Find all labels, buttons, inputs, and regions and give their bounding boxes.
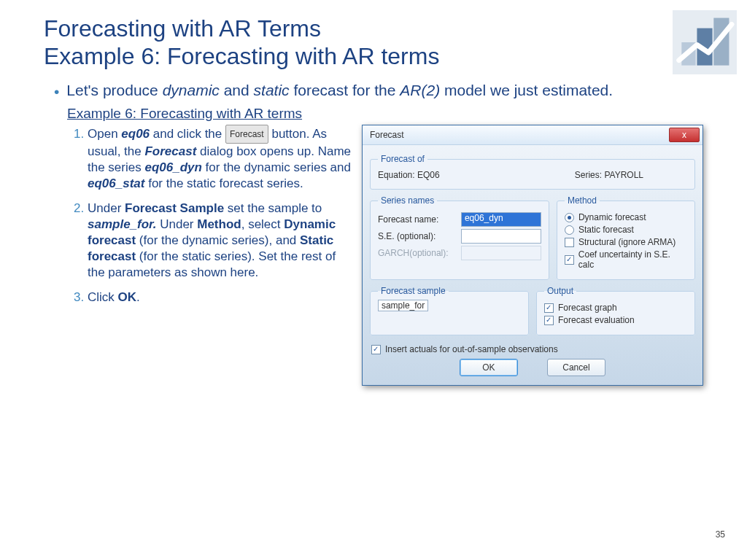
s3-dot: . — [136, 290, 140, 304]
slide-title: Forecasting with AR Terms Example 6: For… — [44, 15, 703, 70]
checkbox-insert-actuals[interactable]: Insert actuals for out-of-sample observa… — [371, 344, 694, 354]
s1-eq06stat: eq06_stat — [88, 176, 144, 190]
radio-icon — [565, 213, 574, 222]
checkbox-forecast-graph[interactable]: Forecast graph — [544, 303, 687, 313]
radio-dynamic[interactable]: Dynamic forecast — [565, 212, 687, 222]
checkbox-icon — [544, 316, 554, 325]
forecast-sample-input[interactable]: sample_for — [378, 300, 428, 311]
method-legend: Method — [565, 195, 600, 206]
checkbox-forecast-eval[interactable]: Forecast evaluation — [544, 315, 687, 325]
s3-click: Click — [88, 290, 118, 304]
s2-method: Method — [197, 217, 241, 231]
s1-eq06dyn: eq06_dyn — [144, 160, 201, 174]
checkbox-icon — [565, 255, 574, 265]
steps-list: Open eq06 and click the Forecast button.… — [67, 125, 362, 314]
garch-label: GARCH(optional): — [378, 248, 458, 258]
s2-select: , select — [241, 217, 285, 231]
step-3: Click OK. — [88, 289, 355, 306]
forecast-button-icon: Forecast — [225, 125, 268, 144]
title-line2: Example 6: Forecasting with AR terms — [44, 43, 439, 69]
series-names-group: Series names Forecast name: eq06_dyn S.E… — [370, 195, 549, 280]
logo-icon — [673, 10, 737, 74]
s2-under: Under — [88, 201, 125, 215]
checkbox-eval-label: Forecast evaluation — [558, 315, 635, 325]
radio-static[interactable]: Static forecast — [565, 225, 687, 235]
dialog-title: Forecast — [370, 130, 404, 140]
output-group: Output Forecast graph Forecast evaluatio… — [536, 286, 695, 335]
output-legend: Output — [544, 286, 576, 296]
s1-fordyn: for the dynamic series and — [202, 160, 351, 174]
intro-mid1: and — [220, 82, 254, 98]
s2-setto: set the sample to — [224, 201, 322, 215]
forecast-sample-group: Forecast sample sample_for — [370, 286, 529, 335]
step-2: Under Forecast Sample set the sample to … — [88, 201, 355, 281]
checkbox-actuals-label: Insert actuals for out-of-sample observa… — [385, 344, 558, 354]
s2-fordyn: (for the dynamic series), and — [136, 233, 300, 247]
radio-dynamic-label: Dynamic forecast — [578, 212, 646, 222]
cancel-button[interactable]: Cancel — [547, 359, 605, 376]
forecast-name-input[interactable]: eq06_dyn — [461, 212, 541, 227]
body-columns: Open eq06 and click the Forecast button.… — [67, 125, 703, 386]
checkbox-coef[interactable]: Coef uncertainty in S.E. calc — [565, 249, 687, 270]
intro-bullet: • Let's produce dynamic and static forec… — [54, 80, 703, 101]
series-names-legend: Series names — [378, 195, 437, 206]
garch-input — [461, 246, 541, 260]
intro-post: model we just estimated. — [440, 82, 613, 98]
dialog-buttons: OK Cancel — [370, 359, 695, 376]
se-label: S.E. (optional): — [378, 231, 458, 241]
checkbox-structural-label: Structural (ignore ARMA) — [578, 237, 676, 247]
s2-fs: Forecast Sample — [125, 201, 224, 215]
s2-samplefor: sample_for. — [88, 217, 157, 231]
dialog-body: Forecast of Equation: EQ06 Series: PAYRO… — [363, 145, 703, 385]
intro-mid2: forecast for the — [290, 82, 400, 98]
intro-ar2: AR(2) — [400, 82, 440, 98]
example-heading: Example 6: Forecasting with AR terms — [67, 106, 703, 122]
page-number: 35 — [716, 529, 725, 540]
forecast-dialog: Forecast x Forecast of Equation: EQ06 Se… — [362, 125, 703, 386]
s1-andclick: and click the — [150, 127, 225, 141]
checkbox-icon — [371, 345, 381, 354]
s1-open: Open — [88, 127, 121, 141]
series-label: Series: PAYROLL — [575, 170, 643, 180]
checkbox-icon — [544, 303, 554, 313]
checkbox-graph-label: Forecast graph — [558, 303, 617, 313]
intro-static: static — [254, 82, 290, 98]
radio-icon — [565, 225, 574, 235]
title-line1: Forecasting with AR Terms — [44, 15, 321, 42]
checkbox-icon — [565, 238, 574, 247]
step-1: Open eq06 and click the Forecast button.… — [88, 125, 355, 192]
dialog-titlebar: Forecast x — [363, 125, 703, 145]
s3-ok: OK — [118, 290, 137, 304]
slide: Forecasting with AR Terms Example 6: For… — [0, 0, 747, 560]
intro-dynamic: dynamic — [163, 82, 220, 98]
s2-under2: Under — [157, 217, 198, 231]
s1-forecast: Forecast — [144, 144, 196, 158]
s1-eq06: eq06 — [121, 127, 150, 141]
close-icon[interactable]: x — [669, 128, 700, 142]
forecast-name-label: Forecast name: — [378, 214, 458, 225]
checkbox-coef-label: Coef uncertainty in S.E. calc — [578, 249, 687, 270]
intro-pre: Let's produce — [66, 82, 162, 98]
s1-forstat: for the static forecast series. — [144, 176, 303, 190]
forecast-of-group: Forecast of Equation: EQ06 Series: PAYRO… — [370, 154, 695, 190]
ok-button[interactable]: OK — [460, 359, 518, 376]
se-input[interactable] — [461, 229, 541, 244]
bullet-icon: • — [54, 82, 59, 101]
radio-static-label: Static forecast — [578, 225, 634, 235]
equation-label: Equation: EQ06 — [378, 170, 440, 180]
checkbox-structural[interactable]: Structural (ignore ARMA) — [565, 237, 687, 247]
intro-text: Let's produce dynamic and static forecas… — [66, 80, 613, 100]
forecast-of-legend: Forecast of — [378, 154, 427, 164]
method-group: Method Dynamic forecast Static forecast … — [557, 195, 695, 280]
forecast-sample-legend: Forecast sample — [378, 286, 449, 296]
